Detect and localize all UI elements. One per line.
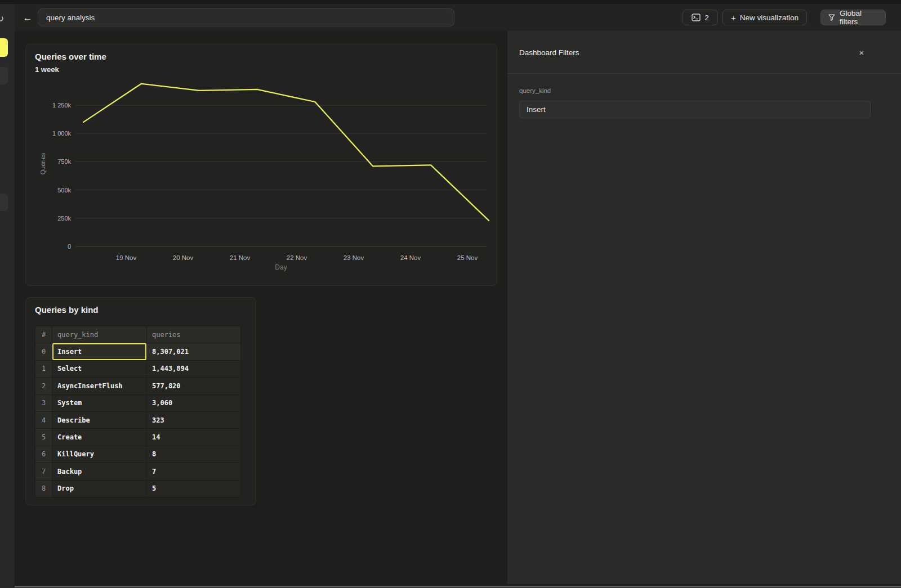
x-tick-label: 24 Nov bbox=[400, 254, 421, 261]
queries-cell[interactable]: 14 bbox=[147, 429, 240, 445]
queries-cell[interactable]: 3,060 bbox=[147, 395, 240, 411]
queries-cell[interactable]: 8 bbox=[147, 446, 240, 463]
queries-cell[interactable]: 7 bbox=[147, 463, 240, 479]
window-bottom-edge bbox=[15, 586, 901, 587]
table-row[interactable]: 8Drop5 bbox=[35, 481, 240, 497]
row-index: 5 bbox=[35, 429, 52, 445]
query-kind-cell[interactable]: Insert bbox=[52, 343, 147, 360]
header-index: # bbox=[35, 326, 52, 343]
table-title: Queries by kind bbox=[35, 305, 99, 315]
x-tick-label: 19 Nov bbox=[116, 254, 137, 261]
queries-line-series bbox=[83, 84, 489, 221]
table-row[interactable]: 1Select1,443,894 bbox=[35, 361, 240, 378]
header-queries: queries bbox=[147, 326, 240, 343]
queries-cell[interactable]: 5 bbox=[147, 481, 240, 497]
table-row[interactable]: 7Backup7 bbox=[35, 463, 240, 480]
y-tick-label: 0 bbox=[68, 243, 71, 250]
row-index: 1 bbox=[35, 361, 52, 377]
top-bar: ← 2 + New visualization Global filters bbox=[15, 4, 901, 31]
left-sidebar-strip: ↻ bbox=[0, 4, 15, 588]
query-kind-cell[interactable]: Create bbox=[52, 429, 147, 445]
x-tick-label: 23 Nov bbox=[344, 254, 364, 261]
x-tick-label: 22 Nov bbox=[287, 254, 307, 261]
dashboard-canvas: Queries over time 1 week 0250k500k750k1 … bbox=[15, 31, 507, 584]
sidebar-thumbnail[interactable] bbox=[0, 67, 8, 84]
query-kind-cell[interactable]: System bbox=[52, 395, 147, 411]
dashboard-app: ↻ ← 2 + New visualization bbox=[0, 0, 901, 588]
x-tick-label: 21 Nov bbox=[230, 254, 251, 261]
queries-cell[interactable]: 8,307,021 bbox=[147, 343, 240, 360]
table-row[interactable]: 2AsyncInsertFlush577,820 bbox=[35, 378, 240, 394]
row-index: 7 bbox=[35, 463, 52, 479]
plus-icon: + bbox=[731, 14, 736, 22]
y-tick-label: 1 250k bbox=[52, 102, 72, 109]
queries-over-time-card[interactable]: Queries over time 1 week 0250k500k750k1 … bbox=[25, 44, 497, 286]
sidebar-thumbnail-selected[interactable] bbox=[0, 38, 8, 57]
y-tick-label: 1 000k bbox=[52, 130, 72, 137]
queries-table: #query_kindqueries0Insert8,307,0211Selec… bbox=[35, 326, 241, 497]
filter-field-label: query_kind bbox=[519, 87, 551, 94]
funnel-icon bbox=[828, 14, 836, 21]
query-kind-cell[interactable]: Drop bbox=[52, 481, 147, 497]
dashboard-title-input[interactable] bbox=[38, 8, 454, 26]
table-row[interactable]: 4Describe323 bbox=[35, 412, 240, 429]
table-row[interactable]: 0Insert8,307,021 bbox=[35, 343, 240, 360]
row-index: 2 bbox=[35, 378, 52, 394]
queries-cell[interactable]: 577,820 bbox=[147, 378, 240, 394]
table-row[interactable]: 5Create14 bbox=[35, 429, 240, 446]
global-filters-label: Global filters bbox=[840, 9, 878, 26]
window-top-edge bbox=[0, 0, 901, 4]
filters-panel-title: Dashboard Filters bbox=[519, 48, 579, 57]
query-kind-cell[interactable]: KillQuery bbox=[52, 446, 147, 463]
queries-chart-svg[interactable]: 0250k500k750k1 000k1 250k19 Nov20 Nov21 … bbox=[26, 44, 498, 286]
sql-console-button[interactable]: 2 bbox=[683, 10, 718, 25]
row-index: 0 bbox=[35, 343, 52, 360]
header-query-kind: query_kind bbox=[52, 326, 147, 343]
console-count: 2 bbox=[704, 14, 709, 22]
x-tick-label: 20 Nov bbox=[173, 254, 194, 261]
sidebar-thumbnail[interactable] bbox=[0, 194, 8, 211]
console-icon bbox=[692, 14, 701, 21]
row-index: 3 bbox=[35, 395, 52, 411]
queries-by-kind-card[interactable]: Queries by kind #query_kindqueries0Inser… bbox=[25, 297, 256, 505]
table-row[interactable]: 6KillQuery8 bbox=[35, 446, 240, 463]
query-kind-cell[interactable]: Select bbox=[52, 361, 147, 377]
query-kind-cell[interactable]: Backup bbox=[52, 463, 147, 479]
refresh-icon[interactable]: ↻ bbox=[0, 13, 4, 25]
x-tick-label: 25 Nov bbox=[457, 254, 478, 261]
table-row[interactable]: 3System3,060 bbox=[35, 395, 240, 412]
queries-cell[interactable]: 1,443,894 bbox=[147, 361, 240, 377]
query-kind-cell[interactable]: Describe bbox=[52, 412, 147, 428]
x-axis-label: Day bbox=[275, 263, 287, 271]
y-axis-label: Queries bbox=[39, 152, 46, 174]
table-header-row: #query_kindqueries bbox=[35, 326, 240, 343]
row-index: 8 bbox=[35, 481, 52, 497]
new-visualization-button[interactable]: + New visualization bbox=[722, 10, 807, 25]
close-icon[interactable]: × bbox=[854, 45, 869, 60]
y-tick-label: 500k bbox=[57, 187, 71, 194]
back-button[interactable]: ← bbox=[20, 11, 35, 25]
row-index: 4 bbox=[35, 412, 52, 428]
global-filters-button[interactable]: Global filters bbox=[820, 10, 886, 25]
y-tick-label: 750k bbox=[57, 158, 71, 165]
new-visualization-label: New visualization bbox=[740, 14, 799, 22]
query-kind-cell[interactable]: AsyncInsertFlush bbox=[52, 378, 147, 394]
y-tick-label: 250k bbox=[57, 215, 71, 222]
panel-divider bbox=[507, 73, 901, 74]
query-kind-filter-input[interactable] bbox=[519, 101, 871, 118]
row-index: 6 bbox=[35, 446, 52, 463]
dashboard-filters-panel: Dashboard Filters × query_kind bbox=[507, 31, 901, 584]
queries-cell[interactable]: 323 bbox=[147, 412, 240, 428]
